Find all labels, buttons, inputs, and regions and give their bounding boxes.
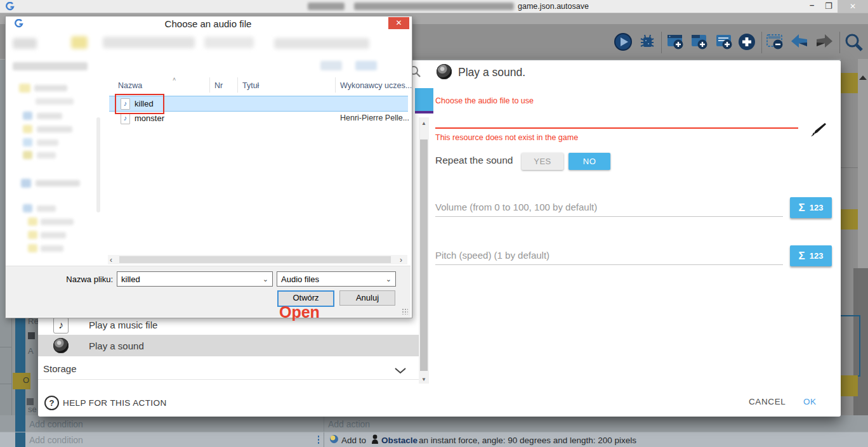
section-storage[interactable]: Storage — [38, 356, 419, 380]
minimize-button[interactable]: – — [810, 0, 814, 10]
event-row-divider — [0, 432, 868, 432]
address-bar-blurred — [103, 37, 195, 48]
column-separator[interactable] — [209, 77, 210, 93]
list-item-play-sound[interactable]: Play a sound — [38, 335, 419, 356]
chevron-down-icon — [395, 365, 406, 377]
hscrollbar-thumb[interactable] — [119, 256, 391, 263]
sigma-icon: Σ — [799, 202, 805, 214]
folder-icon-blurred — [23, 125, 32, 133]
undo-icon[interactable] — [789, 32, 808, 53]
action-title: Play a sound. — [458, 66, 525, 79]
event-divider — [841, 167, 858, 168]
filetype-value: Audio files — [281, 275, 319, 284]
action-text-suffix: an instant force, angle: 90 degrees and … — [419, 436, 636, 445]
scroll-down-icon[interactable]: ▼ — [421, 377, 426, 382]
toolbar-separator — [661, 32, 662, 53]
column-separator[interactable] — [335, 77, 336, 93]
hscroll-left-arrow[interactable]: ‹ — [110, 256, 112, 264]
highlighted-event-block — [839, 315, 860, 377]
volume-input[interactable] — [435, 216, 783, 217]
add-condition-link[interactable]: Add condition — [29, 419, 83, 429]
music-note-icon: ♪ — [53, 317, 69, 334]
redo-icon[interactable] — [814, 32, 833, 53]
play-icon[interactable] — [614, 32, 633, 53]
search-box-blurred — [274, 38, 369, 49]
column-header-performers[interactable]: Wykonawcy uczes... — [340, 81, 412, 90]
close-button[interactable]: ✕ — [838, 0, 868, 13]
force-action-icon — [330, 435, 338, 443]
expression-label: 123 — [810, 203, 824, 212]
column-separator[interactable] — [237, 77, 238, 93]
help-icon[interactable]: ? — [44, 396, 59, 410]
file-dialog-title: Choose an audio file — [5, 18, 411, 29]
resize-grip[interactable] — [402, 308, 408, 314]
event-color-stripe — [15, 415, 25, 447]
column-header-name[interactable]: Nazwa — [118, 81, 142, 90]
filename-label: Nazwa pliku: — [63, 275, 113, 284]
add-subevent-icon[interactable] — [690, 32, 709, 53]
filename-input[interactable]: killed ⌄ — [117, 271, 273, 287]
delete-event-icon[interactable] — [766, 32, 785, 53]
volume-label: Volume (from 0 to 100, 100 by default) — [435, 202, 597, 212]
sigma-icon: Σ — [799, 250, 805, 262]
gutter-tick — [0, 347, 11, 347]
pitch-input[interactable] — [435, 264, 783, 265]
pitch-expression-button[interactable]: Σ 123 — [790, 245, 832, 266]
scrollbar-track[interactable] — [858, 59, 868, 268]
expression-label: 123 — [810, 251, 824, 261]
add-event-icon[interactable] — [666, 32, 685, 53]
list-item-label: Play a music file — [89, 320, 157, 330]
scroll-up-arrow-icon[interactable] — [859, 75, 867, 80]
audio-file-input[interactable] — [435, 127, 798, 129]
list-item-label: Play a sound — [89, 340, 144, 351]
tree-item-blurred — [41, 245, 63, 252]
cancel-button[interactable]: CANCEL — [749, 397, 786, 406]
file-dialog-close-button[interactable]: ✕ — [388, 17, 409, 29]
column-header-title[interactable]: Tytuł — [242, 81, 259, 90]
column-header-nr[interactable]: Nr — [214, 81, 223, 90]
debug-icon[interactable] — [638, 32, 657, 53]
tree-item-blurred — [37, 113, 62, 119]
selected-category-tab[interactable] — [415, 88, 433, 111]
action-text-prefix: Add to — [341, 436, 366, 445]
file-performers: Henri-Pierre Pelle... — [340, 113, 409, 122]
list-scrollbar-thumb[interactable] — [420, 139, 428, 371]
clipped-text: O — [23, 375, 29, 385]
clipped-text: se — [28, 405, 37, 414]
hscroll-right-arrow[interactable]: › — [400, 256, 402, 264]
icon-blurred — [23, 204, 32, 212]
title-text-blurred — [308, 3, 345, 10]
nav-scrollbar[interactable] — [96, 117, 100, 212]
add-condition-link[interactable]: Add condition — [29, 435, 83, 445]
brush-icon[interactable] — [810, 122, 826, 141]
add-action-link[interactable]: Add action — [328, 419, 370, 429]
volume-expression-button[interactable]: Σ 123 — [790, 197, 832, 218]
repeat-yes-button[interactable]: YES — [522, 153, 563, 170]
scroll-up-icon[interactable]: ▲ — [421, 120, 426, 126]
cancel-button-file[interactable]: Anuluj — [339, 290, 395, 306]
view-icons-blurred — [355, 61, 377, 70]
resource-error-text: This resource does not exist in the game — [435, 133, 578, 142]
address-segment-blurred — [204, 37, 254, 48]
ok-button[interactable]: OK — [803, 397, 817, 406]
add-comment-icon[interactable] — [715, 32, 734, 53]
drive-icon-blurred — [23, 112, 32, 120]
sort-ascending-icon: ˄ — [173, 76, 176, 82]
filetype-select[interactable]: Audio files ⌄ — [277, 271, 396, 287]
help-link[interactable]: HELP FOR THIS ACTION — [63, 398, 167, 408]
search-toolbar-icon[interactable] — [844, 32, 863, 53]
tree-item-blurred — [37, 139, 58, 146]
view-icons-blurred — [320, 61, 342, 70]
pc-icon-blurred — [21, 179, 31, 188]
restore-button[interactable]: ❐ — [825, 1, 832, 11]
chevron-down-icon: ⌄ — [263, 275, 268, 283]
condition-action-divider — [324, 415, 324, 447]
drag-handle-icon[interactable] — [317, 435, 320, 444]
clipped-text: A — [28, 346, 34, 356]
toolbar-separator — [839, 32, 840, 53]
repeat-no-button[interactable]: NO — [569, 153, 610, 170]
add-icon[interactable] — [737, 32, 756, 53]
tree-item-blurred — [41, 219, 74, 225]
folder-icon-blurred — [19, 84, 30, 93]
tree-item-blurred — [37, 205, 56, 212]
